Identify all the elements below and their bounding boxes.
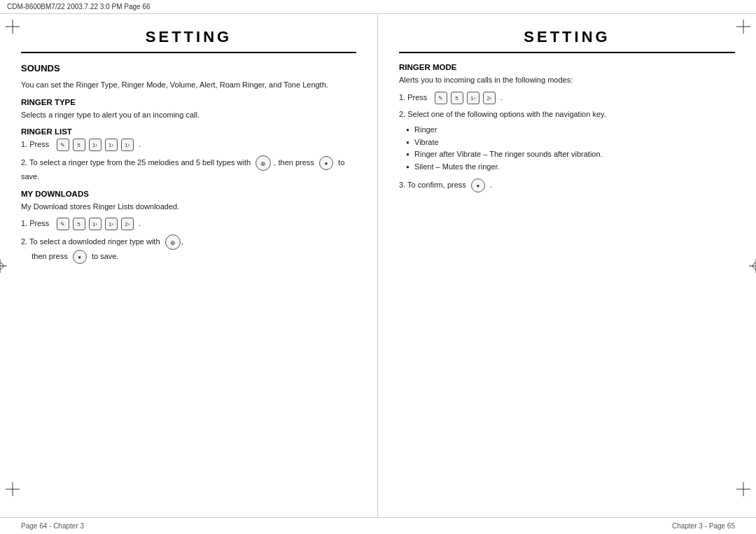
right-step1: 1. Press ✎ 5 1› 2› .: [399, 92, 735, 104]
left-page-title: SETTING: [21, 28, 356, 46]
ok-icon-dl: ●: [73, 250, 87, 264]
right-page: SETTING RINGER MODE Alerts you to incomi…: [378, 14, 756, 517]
footer-right: Chapter 3 - Page 65: [672, 522, 735, 530]
ringer-list-section: RINGER LIST 1. Press ✎ 5 1› 1› 1› .: [21, 127, 356, 183]
pencil-icon-dl: ✎: [57, 218, 69, 230]
sounds-heading: SOUNDS: [21, 63, 356, 73]
my-downloads-heading: MY DOWNLOADS: [21, 190, 356, 198]
num2-key-r: 2›: [483, 92, 496, 104]
my-dl-step1: 1. Press ✎ 5 1› 1› 2› .: [21, 218, 356, 230]
bullet-silent: Silent – Mutes the ringer.: [406, 161, 735, 174]
crosshair-bottom-right: [736, 482, 750, 496]
num1b-key-dl: 1›: [105, 218, 118, 230]
my-dl-step2: 2. To select a downloded ringer type wit…: [21, 234, 356, 264]
num5-key: 5: [73, 139, 85, 151]
my-downloads-text: My Download stores Ringer Lists download…: [21, 201, 356, 213]
ringer-mode-section: RINGER MODE Alerts you to incoming calls…: [399, 63, 735, 192]
content-area: SETTING SOUNDS You can set the Ringer Ty…: [0, 14, 756, 517]
ringer-list-step1-text: 1. Press ✎ 5 1› 1› 1› .: [21, 139, 356, 151]
footer-left: Page 64 - Chapter 3: [21, 522, 84, 530]
num1b-key: 1›: [105, 139, 118, 151]
nav-icon-dl: ⊕: [165, 234, 181, 250]
left-title-underline: [21, 52, 356, 53]
ringer-list-step2-text: 2. To select a ringer type from the 25 m…: [21, 155, 356, 183]
confirm-icon: ●: [471, 178, 485, 192]
ringer-type-section: RINGER TYPE Selects a ringer type to ale…: [21, 98, 356, 121]
my-downloads-section: MY DOWNLOADS My Download stores Ringer L…: [21, 190, 356, 265]
bullet-ringer: Ringer: [406, 124, 735, 136]
crosshair-bottom-left: [6, 482, 20, 496]
bullet-ringer-after-vibrate: Ringer after Vibrate – The ringer sounds…: [406, 148, 735, 161]
ok-icon-step2: ●: [319, 156, 333, 170]
ringer-list-step2: 2. To select a ringer type from the 25 m…: [21, 155, 356, 183]
header-text: CDM-8600BM7/22 2003.7.22 3:0 PM Page 66: [7, 3, 150, 10]
ringer-options-list: Ringer Vibrate Ringer after Vibrate – Th…: [406, 124, 735, 173]
left-page: SETTING SOUNDS You can set the Ringer Ty…: [0, 14, 378, 517]
crosshair-mid-left: [0, 259, 7, 273]
num5-key-dl: 5: [73, 218, 85, 230]
right-title-underline: [399, 52, 735, 53]
ringer-list-heading: RINGER LIST: [21, 127, 356, 136]
ringer-type-heading: RINGER TYPE: [21, 98, 356, 106]
num1c-key: 1›: [121, 139, 134, 151]
num1-key-r: 1›: [467, 92, 479, 104]
ringer-type-text: Selects a ringer type to alert you of an…: [21, 109, 356, 121]
right-step3: 3. To confirm, press ● .: [399, 178, 735, 192]
ringer-list-step1: 1. Press ✎ 5 1› 1› 1› .: [21, 139, 356, 151]
num1a-key: 1›: [89, 139, 102, 151]
num1a-key-dl: 1›: [89, 218, 102, 230]
page: CDM-8600BM7/22 2003.7.22 3:0 PM Page 66 …: [0, 0, 756, 534]
num5-key-r: 5: [451, 92, 463, 104]
bullet-vibrate: Vibrate: [406, 136, 735, 149]
sounds-section: SOUNDS You can set the Ringer Type, Ring…: [21, 63, 356, 91]
crosshair-top-right: [736, 20, 750, 34]
crosshair-top-left: [6, 20, 20, 34]
ringer-mode-heading: RINGER MODE: [399, 63, 735, 71]
sounds-intro: You can set the Ringer Type, Ringer Mode…: [21, 79, 356, 91]
ringer-mode-intro: Alerts you to incoming calls in the foll…: [399, 74, 735, 86]
pencil-icon: ✎: [57, 139, 69, 151]
footer: Page 64 - Chapter 3 Chapter 3 - Page 65: [0, 517, 756, 534]
pencil-icon-r: ✎: [435, 92, 447, 104]
right-step2: 2. Select one of the following options w…: [399, 108, 735, 120]
nav-icon-step2: ⊕: [255, 155, 271, 171]
crosshair-mid-right: [749, 259, 756, 273]
header-bar: CDM-8600BM7/22 2003.7.22 3:0 PM Page 66: [0, 0, 756, 14]
num2-key-dl: 2›: [121, 218, 134, 230]
right-page-title: SETTING: [399, 28, 735, 46]
